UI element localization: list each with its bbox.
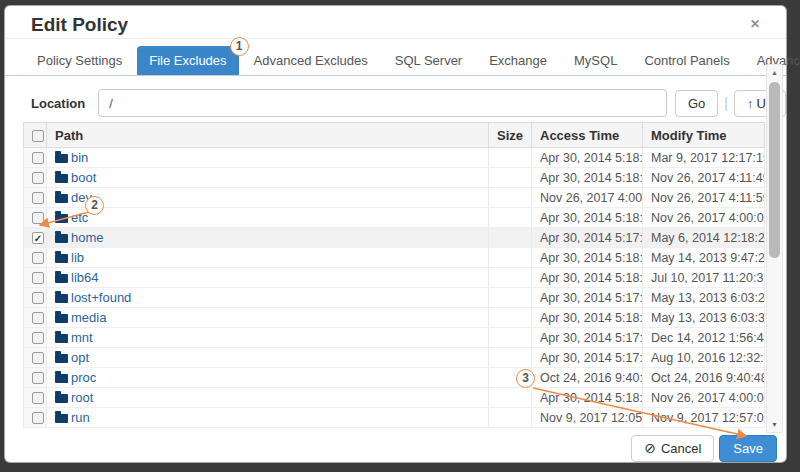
folder-icon [55,194,68,203]
table-row: lost+foundApr 30, 2014 5:17:21 PMMay 13,… [24,288,765,308]
access-time: Apr 30, 2014 5:17:21 PM [532,328,643,348]
up-arrow-icon: ↑ [747,96,754,111]
table-row: rootApr 30, 2014 5:18:31 PMNov 26, 2017 … [24,388,765,408]
location-label: Location [31,96,85,111]
step-3-badge: 3 [516,369,535,388]
row-checkbox[interactable] [32,352,44,364]
path-link[interactable]: opt [71,350,89,365]
path-link[interactable]: run [71,410,90,425]
access-time: Apr 30, 2014 5:18:31 PM [532,308,643,328]
row-checkbox[interactable] [32,152,44,164]
row-checkbox[interactable] [32,332,44,344]
modify-time: Mar 9, 2017 12:17:15 PM [643,148,765,168]
tab-sql-server[interactable]: SQL Server [383,46,474,75]
path-link[interactable]: root [71,390,93,405]
step-2-badge: 2 [85,196,104,215]
scrollbar-thumb[interactable] [769,82,780,258]
table-header-row: Path Size Access Time Modify Time [24,123,765,148]
modify-time: Nov 9, 2017 12:57:09 PM [643,408,765,428]
modify-time: May 13, 2013 6:03:33 PM [643,308,765,328]
modify-time: Nov 26, 2017 4:00:06 AM [643,208,765,228]
col-header-access-time[interactable]: Access Time [532,123,643,148]
row-checkbox-checked[interactable]: ✓ [32,232,44,244]
button-separator: | [724,95,728,111]
select-all-checkbox[interactable] [32,130,44,142]
path-link[interactable]: etc [71,210,88,225]
modify-time: Oct 24, 2016 9:40:48 PM [643,368,765,388]
path-link[interactable]: home [71,230,104,245]
row-checkbox[interactable] [32,412,44,424]
tab-advanced-excludes[interactable]: Advanced Excludes [242,46,380,75]
tab-bar: Policy Settings File Excludes 1 Advanced… [5,39,786,76]
modify-time: Nov 26, 2017 4:00:06 AM [643,388,765,408]
table-row: libApr 30, 2014 5:18:39 PMMay 14, 2013 9… [24,248,765,268]
select-all-cell [24,123,47,148]
tab-file-excludes[interactable]: File Excludes 1 [137,46,238,75]
row-checkbox[interactable] [32,392,44,404]
edit-policy-modal: Edit Policy ✕ Policy Settings File Exclu… [4,5,787,463]
access-time: Apr 30, 2014 5:18:31 PM [532,268,643,288]
file-table: Path Size Access Time Modify Time binApr… [23,122,765,428]
folder-icon [55,154,68,163]
col-header-path[interactable]: Path [47,123,489,148]
access-time: Apr 30, 2014 5:17:21 PM [532,288,643,308]
row-checkbox[interactable] [32,192,44,204]
row-checkbox[interactable] [32,212,44,224]
folder-icon [55,254,68,263]
col-header-modify-time[interactable]: Modify Time [643,123,765,148]
access-time: Apr 30, 2014 5:18:41 PM [532,208,643,228]
tab-control-panels[interactable]: Control Panels [632,46,741,75]
row-checkbox[interactable] [32,292,44,304]
table-row: binApr 30, 2014 5:18:31 PMMar 9, 2017 12… [24,148,765,168]
folder-icon [55,214,68,223]
vertical-scrollbar[interactable]: ▲ ▼ [766,64,783,433]
row-checkbox[interactable] [32,312,44,324]
cancel-button[interactable]: ⊘Cancel [631,435,714,462]
modify-time: Nov 26, 2017 4:11:59 AM [643,188,765,208]
modal-header: Edit Policy ✕ [5,6,786,39]
location-bar: Location Go | ↑Up [31,89,786,117]
close-icon[interactable]: ✕ [750,18,760,30]
access-time: Apr 30, 2014 5:18:31 PM [532,388,643,408]
row-checkbox[interactable] [32,372,44,384]
path-link[interactable]: lost+found [71,290,131,305]
modify-time: May 14, 2013 9:47:23 AM [643,248,765,268]
modify-time: Nov 26, 2017 4:11:49 AM [643,168,765,188]
folder-icon [55,174,68,183]
table-row: bootApr 30, 2014 5:18:34 PMNov 26, 2017 … [24,168,765,188]
folder-icon [55,234,68,243]
scroll-up-icon[interactable]: ▲ [767,65,782,80]
path-link[interactable]: proc [71,370,96,385]
modify-time: Dec 14, 2012 1:56:44 PM [643,328,765,348]
folder-icon [55,394,68,403]
folder-icon [55,314,68,323]
row-checkbox[interactable] [32,252,44,264]
go-button[interactable]: Go [675,90,718,117]
file-browser-panel: Location Go | ↑Up Path Size Access Time … [5,76,786,440]
location-input[interactable] [98,89,667,117]
table-row: mediaApr 30, 2014 5:18:31 PMMay 13, 2013… [24,308,765,328]
row-checkbox[interactable] [32,172,44,184]
modify-time: May 13, 2013 6:03:28 PM [643,288,765,308]
tab-mysql[interactable]: MySQL [562,46,629,75]
path-link[interactable]: lib64 [71,270,98,285]
access-time: Apr 30, 2014 5:18:34 PM [532,168,643,188]
access-time: Apr 30, 2014 5:18:39 PM [532,248,643,268]
path-link[interactable]: bin [71,150,88,165]
table-row: lib64Apr 30, 2014 5:18:31 PMJul 10, 2017… [24,268,765,288]
save-button[interactable]: Save [719,435,777,462]
path-link[interactable]: media [71,310,106,325]
tab-exchange[interactable]: Exchange [477,46,559,75]
path-link[interactable]: mnt [71,330,93,345]
path-link[interactable]: boot [71,170,96,185]
table-row: devNov 26, 2017 4:00:56 AMNov 26, 2017 4… [24,188,765,208]
col-header-size[interactable]: Size [489,123,532,148]
tab-policy-settings[interactable]: Policy Settings [25,46,134,75]
modify-time: Jul 10, 2017 11:20:32 AM [643,268,765,288]
path-link[interactable]: lib [71,250,84,265]
scroll-down-icon[interactable]: ▼ [767,417,782,432]
access-time: Oct 24, 2016 9:40:48 PM [532,368,643,388]
row-checkbox[interactable] [32,272,44,284]
table-row: optApr 30, 2014 5:17:21 PMAug 10, 2016 1… [24,348,765,368]
access-time: Apr 30, 2014 5:17:21 PM [532,348,643,368]
